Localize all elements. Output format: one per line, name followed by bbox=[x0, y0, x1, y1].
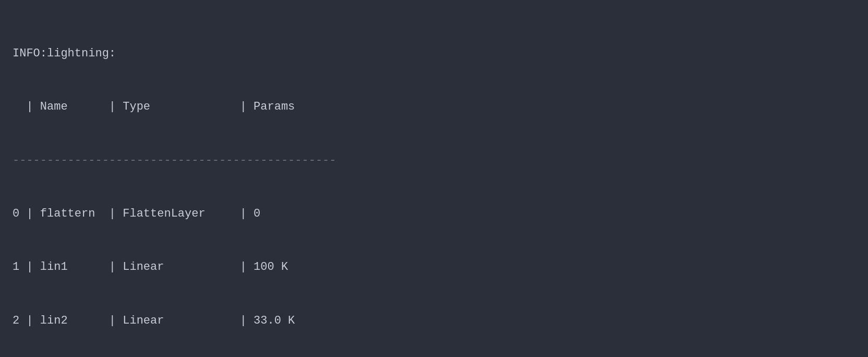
divider-top: ----------------------------------------… bbox=[13, 152, 855, 170]
table-header: | Name | Type | Params bbox=[13, 98, 855, 116]
table-row-0: 0 | flattern | FlattenLayer | 0 bbox=[13, 205, 855, 223]
info-header: INFO:lightning: bbox=[13, 45, 855, 63]
table-row-2: 2 | lin2 | Linear | 33.0 K bbox=[13, 312, 855, 330]
terminal-output: INFO:lightning: | Name | Type | Params -… bbox=[13, 9, 855, 357]
table-row-1: 1 | lin1 | Linear | 100 K bbox=[13, 258, 855, 276]
